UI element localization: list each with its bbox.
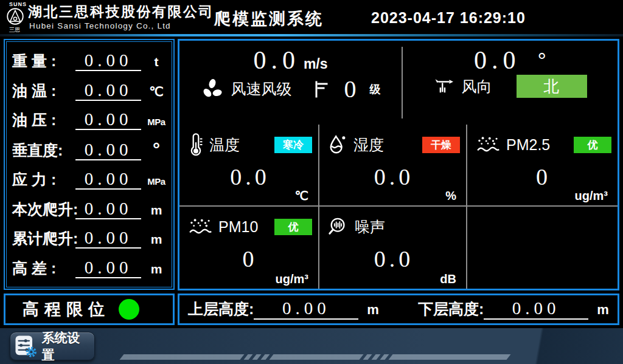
lower-height-value: 0.00 bbox=[484, 299, 588, 320]
metric-row-weight: 重 量 : 0.00 t bbox=[12, 50, 168, 71]
header: SUNS 三思 湖北三思科技股份有限公司 Hubei Sansi Technol… bbox=[0, 0, 623, 34]
humidity-value: 0.0 bbox=[328, 163, 460, 190]
header-accent-line bbox=[0, 34, 623, 36]
metric-row-oil-temp: 油 温 : 0.00 ℃ bbox=[12, 80, 168, 101]
metric-unit: ° bbox=[145, 139, 168, 160]
lower-height-group: 下层高度: 0.00 m bbox=[418, 299, 609, 320]
metric-label: 油 压 : bbox=[12, 110, 75, 130]
metric-label: 累计爬升: bbox=[12, 228, 75, 249]
metric-unit: m bbox=[145, 203, 168, 218]
thermometer-icon bbox=[188, 132, 203, 157]
pm10-status-badge: 优 bbox=[274, 219, 312, 235]
env-cell-empty bbox=[467, 207, 618, 289]
wind-section: 0.0m/s 风速风级 bbox=[179, 41, 618, 125]
upper-height-group: 上层高度: 0.00 m bbox=[188, 299, 379, 320]
humidity-label: 湿度 bbox=[353, 135, 384, 155]
pm10-label: PM10 bbox=[218, 218, 258, 236]
upper-height-unit: m bbox=[367, 302, 379, 318]
pm25-cell: PM2.5 优 0 ug/m³ bbox=[467, 125, 618, 207]
logo-sansi-text: 三思 bbox=[9, 26, 20, 34]
metric-row-stress: 应 力 : 0.00 MPa bbox=[12, 169, 168, 190]
particles-icon bbox=[476, 136, 500, 154]
metric-row-total-climb: 累计爬升: 0.00 m bbox=[12, 228, 168, 249]
wind-direction-label: 风向 bbox=[462, 77, 492, 97]
wind-direction-value: 0.0 bbox=[474, 46, 521, 74]
wind-speed-value: 0.0 bbox=[253, 46, 300, 74]
wind-speed-label: 风速风级 bbox=[231, 79, 292, 99]
wind-speed-block: 0.0m/s 风速风级 bbox=[179, 41, 402, 125]
metric-unit: m bbox=[145, 232, 168, 247]
metric-unit: ℃ bbox=[145, 84, 168, 99]
upper-height-value: 0.00 bbox=[254, 299, 358, 320]
droplet-icon bbox=[328, 134, 347, 156]
metric-label: 重 量 : bbox=[12, 51, 75, 71]
system-settings-button[interactable]: 系统设置 bbox=[10, 332, 95, 360]
wind-level-value: 0 bbox=[344, 75, 357, 103]
wind-vane-icon bbox=[434, 77, 454, 95]
humidity-status-badge: 干燥 bbox=[422, 137, 460, 153]
layer-heights-box: 上层高度: 0.00 m 下层高度: 0.00 m bbox=[178, 294, 619, 325]
climbing-formwork-monitor-screen: SUNS 三思 湖北三思科技股份有限公司 Hubei Sansi Technol… bbox=[0, 0, 623, 364]
temperature-status-badge: 寒冷 bbox=[274, 137, 312, 153]
temperature-label: 温度 bbox=[209, 135, 240, 155]
metric-label: 应 力 : bbox=[12, 170, 75, 190]
upper-height-label: 上层高度: bbox=[188, 299, 254, 319]
pm10-unit: ug/m³ bbox=[276, 272, 308, 286]
pm25-unit: ug/m³ bbox=[575, 189, 608, 203]
metrics-panel: 重 量 : 0.00 t 油 温 : 0.00 ℃ 油 压 : 0.00 MPa… bbox=[4, 39, 175, 290]
company-logo-icon bbox=[6, 7, 24, 26]
noise-label: 噪声 bbox=[355, 217, 385, 237]
elevation-limit-label: 高程限位 bbox=[23, 298, 110, 320]
metric-value: 0.00 bbox=[75, 50, 141, 71]
particles-icon bbox=[188, 218, 212, 236]
metric-row-height-diff: 高 差 : 0.00 m bbox=[12, 258, 168, 278]
temperature-unit: ℃ bbox=[295, 188, 308, 203]
lower-height-unit: m bbox=[597, 302, 609, 318]
pm25-status-badge: 优 bbox=[574, 137, 611, 153]
pm25-label: PM2.5 bbox=[506, 136, 550, 154]
company-name-en: Hubei Sansi Technology Co., Ltd bbox=[29, 21, 171, 30]
logo-suns-text: SUNS bbox=[9, 1, 27, 7]
datetime-display: 2023-04-17 16:29:10 bbox=[371, 9, 526, 27]
wind-level-unit: 级 bbox=[370, 82, 381, 97]
metric-label: 油 温 : bbox=[12, 81, 75, 101]
wind-direction-unit: ° bbox=[538, 49, 546, 74]
metric-row-oil-pressure: 油 压 : 0.00 MPa bbox=[12, 109, 168, 130]
pm10-cell: PM10 优 0 ug/m³ bbox=[179, 207, 319, 289]
metric-unit: MPa bbox=[145, 117, 168, 127]
temperature-cell: 温度 寒冷 0.0 ℃ bbox=[179, 125, 319, 207]
environment-panel: 0.0m/s 风速风级 bbox=[178, 39, 619, 290]
company-name-cn: 湖北三思科技股份有限公司 bbox=[28, 2, 214, 21]
wind-direction-badge: 北 bbox=[517, 75, 587, 98]
metric-value: 0.00 bbox=[75, 169, 141, 190]
metric-unit: m bbox=[145, 262, 168, 276]
noise-value: 0.0 bbox=[328, 246, 460, 272]
wind-speed-unit: m/s bbox=[304, 56, 328, 72]
noise-cell: 噪声 0.0 dB bbox=[319, 207, 467, 289]
pm10-value: 0 bbox=[188, 246, 312, 272]
metric-row-verticality: 垂直度: 0.00 ° bbox=[12, 139, 168, 160]
footer-bar: 系统设置 bbox=[0, 328, 623, 364]
metric-label: 高 差 : bbox=[12, 258, 75, 278]
footer-decorative-stripes bbox=[122, 354, 509, 360]
pm25-value: 0 bbox=[476, 163, 611, 190]
metric-unit: t bbox=[145, 55, 168, 69]
system-settings-label: 系统设置 bbox=[41, 329, 91, 363]
metric-value: 0.00 bbox=[75, 80, 141, 101]
lower-height-label: 下层高度: bbox=[418, 299, 484, 319]
temperature-value: 0.0 bbox=[188, 163, 312, 190]
metric-unit: MPa bbox=[145, 176, 168, 187]
settings-sliders-gear-icon bbox=[14, 334, 37, 359]
metric-value: 0.00 bbox=[75, 140, 141, 160]
metric-value: 0.00 bbox=[75, 109, 141, 130]
metric-value: 0.00 bbox=[75, 228, 141, 249]
metric-row-current-climb: 本次爬升: 0.00 m bbox=[12, 199, 168, 219]
noise-unit: dB bbox=[440, 272, 456, 286]
wind-direction-block: 0.0° 风向 北 bbox=[403, 41, 618, 125]
humidity-unit: % bbox=[445, 189, 456, 203]
elevation-limit-box: 高程限位 bbox=[4, 294, 175, 325]
page-title: 爬模监测系统 bbox=[214, 8, 324, 30]
metric-value: 0.00 bbox=[75, 258, 141, 278]
humidity-cell: 湿度 干燥 0.0 % bbox=[319, 125, 467, 207]
metric-label: 本次爬升: bbox=[12, 199, 75, 219]
